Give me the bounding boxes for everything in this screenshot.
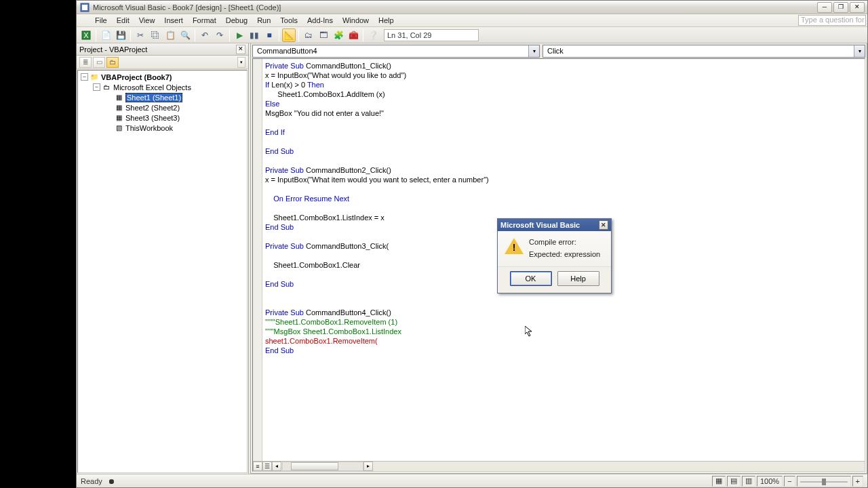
workbook-icon: ▧: [114, 124, 123, 132]
zoom-slider[interactable]: [797, 476, 851, 487]
tree-folder-excel-objects[interactable]: − 🗀 Microsoft Excel Objects: [78, 82, 247, 92]
scroll-left-icon[interactable]: ◂: [272, 462, 281, 471]
dialog-title-bar[interactable]: Microsoft Visual Basic ✕: [498, 219, 611, 231]
help-button[interactable]: Help: [557, 271, 599, 286]
save-icon[interactable]: 💾: [114, 28, 127, 42]
collapse-icon[interactable]: −: [81, 73, 88, 81]
mdi-close-button[interactable]: ✕: [850, 2, 865, 13]
window-title: Microsoft Visual Basic - Book7 [design] …: [93, 3, 281, 12]
menu-edit[interactable]: Edit: [112, 15, 134, 26]
procedure-view-icon[interactable]: ≡: [253, 462, 262, 471]
view-excel-icon[interactable]: X: [79, 28, 93, 42]
menu-view[interactable]: View: [134, 15, 160, 26]
vba-app-icon: [79, 2, 90, 13]
tree-root[interactable]: − 📁 VBAProject (Book7): [78, 72, 247, 82]
help-question-input[interactable]: Type a question for help: [798, 15, 866, 26]
view-object-icon[interactable]: ▭: [93, 57, 105, 68]
menu-file[interactable]: File: [90, 15, 112, 26]
project-explorer-icon[interactable]: 🗂: [302, 28, 315, 42]
tree-item-label: ThisWorkbook: [125, 124, 173, 132]
undo-icon[interactable]: ↶: [198, 28, 212, 42]
tree-item-sheet1[interactable]: ▦ Sheet1 (Sheet1): [78, 92, 247, 102]
dialog-message: Compile error: Expected: expression: [529, 238, 600, 262]
cut-icon[interactable]: ✂: [134, 28, 147, 42]
compile-error-dialog: Microsoft Visual Basic ✕ Compile error: …: [497, 218, 612, 293]
macro-record-icon[interactable]: ⏺: [108, 477, 115, 485]
status-ready-label: Ready: [81, 477, 102, 485]
object-browser-icon[interactable]: 🧩: [332, 28, 345, 42]
mdi-window-controls: ─ ❐ ✕: [817, 2, 865, 13]
view-code-icon[interactable]: ≣: [79, 57, 92, 68]
project-panel-dropdown-icon[interactable]: ▾: [237, 57, 245, 68]
view-normal-icon[interactable]: ▦: [712, 476, 726, 487]
tree-folder-label: Microsoft Excel Objects: [113, 83, 191, 92]
dialog-title: Microsoft Visual Basic: [500, 221, 580, 229]
scroll-right-icon[interactable]: ▸: [363, 462, 373, 471]
tree-item-thisworkbook[interactable]: ▧ ThisWorkbook: [78, 123, 247, 133]
tree-item-label: Sheet2 (Sheet2): [125, 104, 180, 112]
editor-margin: [253, 59, 262, 461]
workspace: Project - VBAProject ✕ ≣ ▭ 🗀 ▾ − 📁 VBAPr…: [77, 43, 867, 474]
view-layout-icon[interactable]: ▤: [727, 476, 741, 487]
zoom-in-icon[interactable]: +: [852, 476, 863, 487]
procedure-combo[interactable]: Click ▾: [542, 45, 865, 58]
menu-help[interactable]: Help: [374, 15, 399, 26]
reset-icon[interactable]: ■: [262, 28, 276, 42]
menu-format[interactable]: Format: [188, 15, 221, 26]
scrollbar-thumb[interactable]: [291, 462, 338, 470]
mdi-restore-button[interactable]: ❐: [833, 2, 848, 13]
object-combo-value: CommandButton4: [253, 47, 528, 55]
run-icon[interactable]: ▶: [233, 28, 246, 42]
project-panel-title-bar: Project - VBAProject ✕: [77, 43, 248, 56]
zoom-level[interactable]: 100%: [757, 476, 783, 487]
folder-icon: 🗀: [102, 83, 111, 92]
object-combo[interactable]: CommandButton4 ▾: [252, 45, 540, 58]
chevron-down-icon[interactable]: ▾: [528, 45, 539, 57]
ok-button[interactable]: OK: [510, 271, 552, 286]
redo-icon[interactable]: ↷: [213, 28, 226, 42]
menu-insert[interactable]: Insert: [159, 15, 188, 26]
app-window: Microsoft Visual Basic - Book7 [design] …: [76, 0, 868, 488]
procedure-combo-value: Click: [543, 47, 854, 55]
break-icon[interactable]: ▮▮: [248, 28, 261, 42]
design-mode-icon[interactable]: 📐: [282, 28, 296, 42]
project-icon: 📁: [90, 73, 99, 81]
tree-item-label: Sheet3 (Sheet3): [125, 114, 180, 122]
dialog-close-button[interactable]: ✕: [599, 220, 608, 230]
insert-module-icon[interactable]: 📄: [99, 28, 113, 42]
title-bar: Microsoft Visual Basic - Book7 [design] …: [77, 1, 867, 14]
vba-help-icon[interactable]: ❔: [366, 28, 380, 42]
toolbox-icon[interactable]: 🧰: [347, 28, 360, 42]
worksheet-icon: ▦: [114, 94, 123, 102]
horizontal-scrollbar[interactable]: [282, 462, 363, 471]
svg-rect-1: [82, 5, 87, 10]
full-module-view-icon[interactable]: ☰: [262, 462, 272, 471]
copy-icon[interactable]: ⿻: [149, 28, 162, 42]
zoom-out-icon[interactable]: −: [784, 476, 795, 487]
project-panel-close-button[interactable]: ✕: [236, 45, 245, 54]
toggle-folders-icon[interactable]: 🗀: [106, 57, 119, 68]
paste-icon[interactable]: 📋: [163, 28, 177, 42]
project-tree[interactable]: − 📁 VBAProject (Book7) − 🗀 Microsoft Exc…: [77, 70, 248, 473]
chevron-down-icon[interactable]: ▾: [854, 45, 865, 57]
tree-item-sheet2[interactable]: ▦ Sheet2 (Sheet2): [78, 102, 247, 113]
menu-addins[interactable]: Add-Ins: [302, 15, 338, 26]
svg-text:X: X: [83, 31, 89, 39]
properties-window-icon[interactable]: 🗔: [317, 28, 330, 42]
menu-debug[interactable]: Debug: [221, 15, 252, 26]
status-bar: Ready ⏺ ▦ ▤ ▥ 100% − +: [77, 474, 867, 487]
tree-item-sheet3[interactable]: ▦ Sheet3 (Sheet3): [78, 113, 247, 123]
find-icon[interactable]: 🔍: [178, 28, 192, 42]
menu-tools[interactable]: Tools: [275, 15, 302, 26]
editor-bottom-bar: ≡ ☰ ◂ ▸: [253, 461, 865, 471]
project-explorer-panel: Project - VBAProject ✕ ≣ ▭ 🗀 ▾ − 📁 VBAPr…: [77, 43, 249, 474]
menu-window[interactable]: Window: [338, 15, 374, 26]
mdi-minimize-button[interactable]: ─: [817, 2, 832, 13]
project-panel-title: Project - VBAProject: [79, 45, 147, 54]
menu-run[interactable]: Run: [252, 15, 275, 26]
collapse-icon[interactable]: −: [93, 83, 100, 91]
project-panel-toolbar: ≣ ▭ 🗀 ▾: [77, 56, 248, 69]
view-pagebreak-icon[interactable]: ▥: [742, 476, 755, 487]
tree-item-label: Sheet1 (Sheet1): [125, 93, 182, 102]
standard-toolbar: X 📄 💾 ✂ ⿻ 📋 🔍 ↶ ↷ ▶ ▮▮ ■ 📐 🗂 🗔 🧩 🧰 ❔ Ln …: [77, 27, 867, 43]
